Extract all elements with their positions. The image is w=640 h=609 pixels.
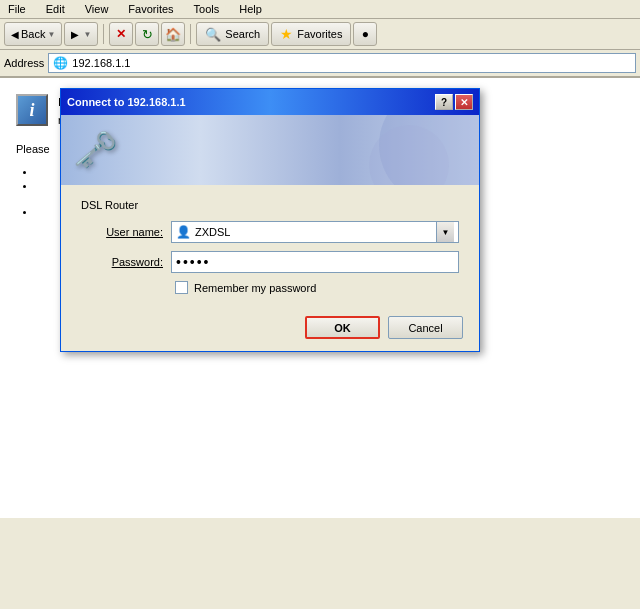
username-select[interactable]: 👤 ZXDSL ▼ [171,221,459,243]
username-value: ZXDSL [195,226,432,238]
password-dots: ••••• [176,254,211,270]
please-label: Please [16,143,50,155]
connect-dialog: Connect to 192.168.1.1 ? ✕ 🗝️ DSL Router [60,88,480,352]
address-input[interactable]: 🌐 192.168.1.1 [48,53,636,73]
username-row: User name: 👤 ZXDSL ▼ [81,221,459,243]
password-input[interactable]: ••••• [171,251,459,273]
back-button[interactable]: ◀ Back ▼ [4,22,62,46]
forward-button[interactable]: ▶ ▼ [64,22,98,46]
forward-dropdown-icon: ▼ [83,30,91,39]
dialog-title-buttons: ? ✕ [435,94,473,110]
menu-help[interactable]: Help [235,2,266,16]
address-url: 192.168.1.1 [72,57,130,69]
separator-2 [190,24,191,44]
dialog-footer: OK Cancel [61,308,479,351]
username-dropdown-arrow[interactable]: ▼ [436,222,454,242]
menu-view[interactable]: View [81,2,113,16]
password-label: Password: [81,256,171,268]
content-area: i Internreque Please Connect to 192.168.… [0,78,640,518]
remember-checkbox[interactable] [175,281,188,294]
address-label: Address [4,57,44,69]
user-icon: 👤 [176,225,191,239]
remember-label: Remember my password [194,282,316,294]
browser-window: File Edit View Favorites Tools Help ◀ Ba… [0,0,640,518]
password-row: Password: ••••• [81,251,459,273]
forward-arrow-icon: ▶ [71,29,79,40]
server-name: DSL Router [81,199,459,211]
toolbar: ◀ Back ▼ ▶ ▼ ✕ ↻ 🏠 🔍 Search ★ Favorites … [0,19,640,50]
refresh-button[interactable]: ↻ [135,22,159,46]
ie-info-icon: i [16,94,48,126]
ok-button[interactable]: OK [305,316,380,339]
separator-1 [103,24,104,44]
star-icon: ★ [280,26,293,42]
page-icon: 🌐 [53,56,68,70]
keys-icon: 🗝️ [73,129,118,171]
favorites-button[interactable]: ★ Favorites [271,22,351,46]
back-dropdown-icon: ▼ [47,30,55,39]
header-decoration [279,115,479,185]
dialog-header: 🗝️ [61,115,479,185]
search-button[interactable]: 🔍 Search [196,22,269,46]
remember-row: Remember my password [175,281,459,294]
dialog-body: DSL Router User name: 👤 ZXDSL ▼ Passw [61,185,479,308]
menu-tools[interactable]: Tools [190,2,224,16]
dialog-title: Connect to 192.168.1.1 [67,96,186,108]
media-button[interactable]: ● [353,22,377,46]
cancel-button[interactable]: Cancel [388,316,463,339]
dialog-help-button[interactable]: ? [435,94,453,110]
username-label: User name: [81,226,171,238]
home-button[interactable]: 🏠 [161,22,185,46]
stop-button[interactable]: ✕ [109,22,133,46]
dialog-close-button[interactable]: ✕ [455,94,473,110]
menu-edit[interactable]: Edit [42,2,69,16]
menu-bar: File Edit View Favorites Tools Help [0,0,640,19]
search-label: Search [225,28,260,40]
menu-file[interactable]: File [4,2,30,16]
search-icon: 🔍 [205,27,221,42]
back-arrow-icon: ◀ [11,29,19,40]
menu-favorites[interactable]: Favorites [124,2,177,16]
dialog-titlebar: Connect to 192.168.1.1 ? ✕ [61,89,479,115]
back-label: Back [21,28,45,40]
address-bar: Address 🌐 192.168.1.1 [0,50,640,78]
favorites-label: Favorites [297,28,342,40]
